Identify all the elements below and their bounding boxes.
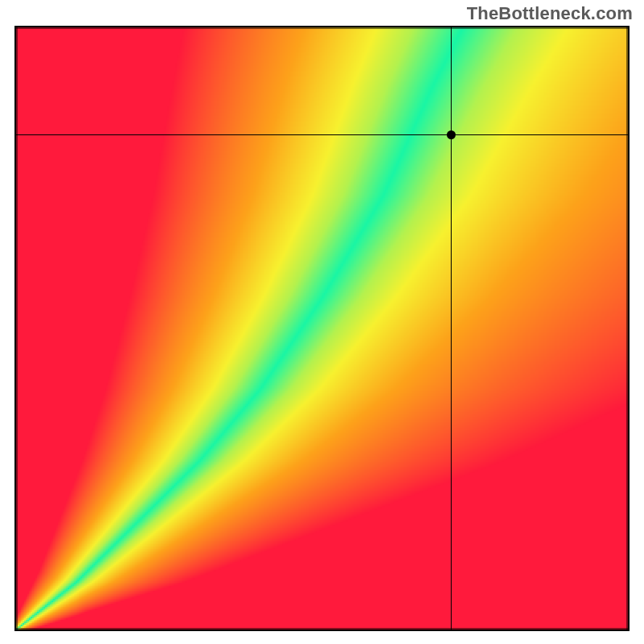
heatmap-plot [14, 26, 630, 631]
marker-dot [447, 130, 456, 139]
chart-frame: TheBottleneck.com [0, 0, 644, 644]
crosshair-vertical [451, 26, 452, 631]
heatmap-canvas [14, 26, 630, 631]
watermark-text: TheBottleneck.com [467, 3, 633, 24]
crosshair-horizontal [14, 134, 630, 135]
